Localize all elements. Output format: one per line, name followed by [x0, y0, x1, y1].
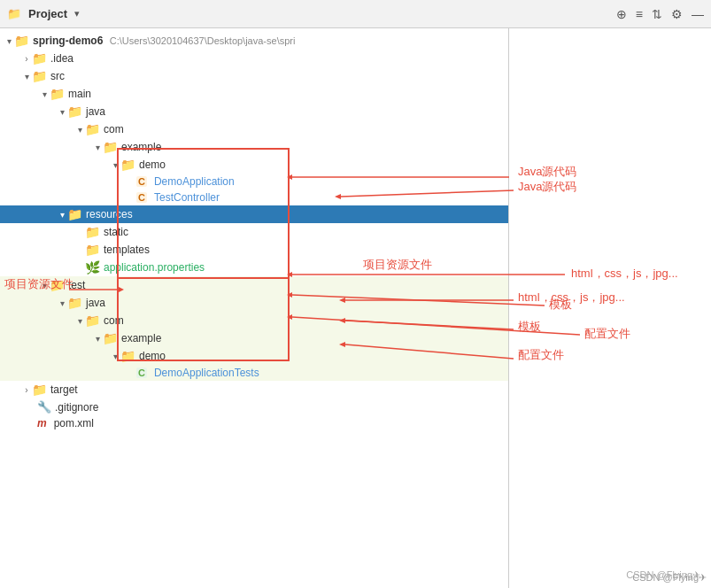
com-label: com [104, 123, 124, 135]
tree-static[interactable]: 📁 static [0, 223, 508, 241]
app-props-icon: 🌿 [85, 260, 100, 275]
tree-com[interactable]: ▾ 📁 com [0, 120, 508, 138]
demo-app-icon: C [136, 176, 147, 187]
tree-test[interactable]: ▾ 📁 test [0, 276, 508, 294]
toolbar-icons: ⊕ ≡ ⇅ ⚙ — [616, 7, 704, 21]
tree-demo-app[interactable]: C DemoApplication [0, 174, 508, 190]
watermark-fixed: CSDN @Flying✈ [626, 569, 700, 581]
test-demo-label: demo [139, 350, 166, 362]
test-com-arrow: ▾ [74, 316, 85, 326]
java-folder-icon: 📁 [67, 104, 82, 119]
test-java-label: java [86, 297, 105, 309]
main-content: ▾ 📁 spring-demo6 C:\Users\3020104637\Des… [0, 28, 711, 588]
tree-root[interactable]: ▾ 📁 spring-demo6 C:\Users\3020104637\Des… [0, 32, 508, 50]
tree-demo-app-tests[interactable]: C DemoApplicationTests [0, 365, 508, 381]
src-folder-icon: 📁 [32, 69, 47, 83]
ide-window: 📁 Project ▾ ⊕ ≡ ⇅ ⚙ — ▾ 📁 spring-demo6 C… [0, 0, 711, 588]
tree-target[interactable]: › 📁 target [0, 381, 508, 398]
minimize-icon[interactable]: — [692, 7, 704, 21]
example-arrow: ▾ [92, 143, 103, 152]
sync-icon[interactable]: ⊕ [616, 7, 627, 21]
tree-test-com[interactable]: ▾ 📁 com [0, 312, 508, 329]
dropdown-icon[interactable]: ▾ [74, 8, 80, 19]
test-com-label: com [104, 314, 124, 327]
gitignore-label: .gitignore [55, 401, 98, 414]
gitignore-icon: 🔧 [37, 400, 51, 414]
src-label: src [50, 70, 65, 82]
tree-java[interactable]: ▾ 📁 java [0, 103, 508, 120]
template-label: 模板 [549, 297, 572, 313]
idea-label: .idea [50, 52, 73, 65]
test-demo-folder-icon: 📁 [120, 349, 135, 363]
annotations-area: 项目资源文件 Java源代码 [509, 28, 711, 588]
java-source-annotation: Java源代码 [518, 179, 576, 195]
demo-folder-icon: 📁 [120, 158, 135, 172]
src-arrow: ▾ [21, 72, 32, 81]
test-controller-label: TestController [154, 191, 220, 204]
com-arrow: ▾ [74, 125, 85, 135]
toolbar-title: Project [28, 7, 67, 20]
app-props-label: application.properties [104, 261, 205, 274]
resources-label: resources [86, 208, 133, 220]
target-label: target [50, 383, 78, 396]
demo-app-label: DemoApplication [154, 175, 235, 188]
tree-example[interactable]: ▾ 📁 example [0, 138, 508, 156]
tree-resources[interactable]: ▾ 📁 resources [0, 205, 508, 223]
static-folder-icon: 📁 [85, 225, 100, 239]
templates-label: templates [104, 244, 150, 256]
test-java-arrow: ▾ [57, 298, 67, 308]
tree-test-controller[interactable]: C TestController [0, 190, 508, 205]
tree-demo[interactable]: ▾ 📁 demo [0, 156, 508, 174]
tree-idea[interactable]: › 📁 .idea [0, 50, 508, 67]
root-label: spring-demo6 C:\Users\3020104637\Desktop… [33, 35, 295, 47]
demo-arrow: ▾ [110, 160, 120, 170]
java-arrow: ▾ [57, 107, 67, 117]
demo-tests-icon: C [136, 368, 147, 378]
java-source-label: Java源代码 [518, 164, 576, 180]
static-label: static [104, 226, 128, 238]
root-arrow: ▾ [4, 36, 14, 46]
tree-src[interactable]: ▾ 📁 src [0, 67, 508, 85]
idea-arrow: › [21, 54, 32, 64]
list-icon[interactable]: ≡ [636, 7, 643, 21]
tree-test-demo[interactable]: ▾ 📁 demo [0, 347, 508, 365]
template-annotation: 模板 [518, 319, 541, 335]
com-folder-icon: 📁 [85, 122, 100, 136]
demo-tests-label: DemoApplicationTests [154, 367, 259, 379]
project-panel[interactable]: ▾ 📁 spring-demo6 C:\Users\3020104637\Des… [0, 28, 509, 588]
test-demo-arrow: ▾ [110, 352, 120, 361]
test-example-arrow: ▾ [92, 334, 103, 344]
resource-files-annotation: 项目资源文件 [363, 257, 432, 273]
tree-templates[interactable]: 📁 templates [0, 241, 508, 259]
idea-folder-icon: 📁 [32, 51, 47, 66]
pom-label: pom.xml [54, 417, 94, 429]
test-java-folder-icon: 📁 [67, 296, 82, 310]
annotation-arrows [509, 28, 711, 427]
demo-label: demo [139, 159, 166, 171]
tree-test-java[interactable]: ▾ 📁 java [0, 294, 508, 312]
root-folder-icon: 📁 [14, 34, 29, 48]
html-css-label: html，css，js，jpg... [571, 266, 678, 282]
target-arrow: › [21, 385, 32, 395]
tree-gitignore[interactable]: 🔧 .gitignore [0, 398, 508, 415]
tree-main[interactable]: ▾ 📁 main [0, 85, 508, 103]
toolbar: 📁 Project ▾ ⊕ ≡ ⇅ ⚙ — [0, 0, 711, 28]
tree-test-example[interactable]: ▾ 📁 example [0, 329, 508, 347]
config-annotation: 配置文件 [518, 347, 564, 363]
example-folder-icon: 📁 [103, 140, 118, 154]
resources-folder-icon: 📁 [67, 207, 82, 221]
sort-icon[interactable]: ⇅ [652, 7, 662, 21]
config-label: 配置文件 [584, 326, 630, 342]
example-label: example [121, 141, 161, 153]
templates-folder-icon: 📁 [85, 243, 100, 257]
test-example-label: example [121, 332, 161, 344]
test-controller-icon: C [136, 192, 147, 203]
main-label: main [68, 88, 91, 100]
test-section: ▾ 📁 test ▾ 📁 java ▾ 📁 com [0, 276, 508, 381]
java-label: java [86, 105, 105, 118]
settings-icon[interactable]: ⚙ [671, 7, 683, 21]
folder-icon: 📁 [7, 7, 21, 20]
target-folder-icon: 📁 [32, 383, 47, 397]
main-folder-icon: 📁 [50, 87, 65, 101]
tree-pom[interactable]: m pom.xml [0, 415, 508, 431]
